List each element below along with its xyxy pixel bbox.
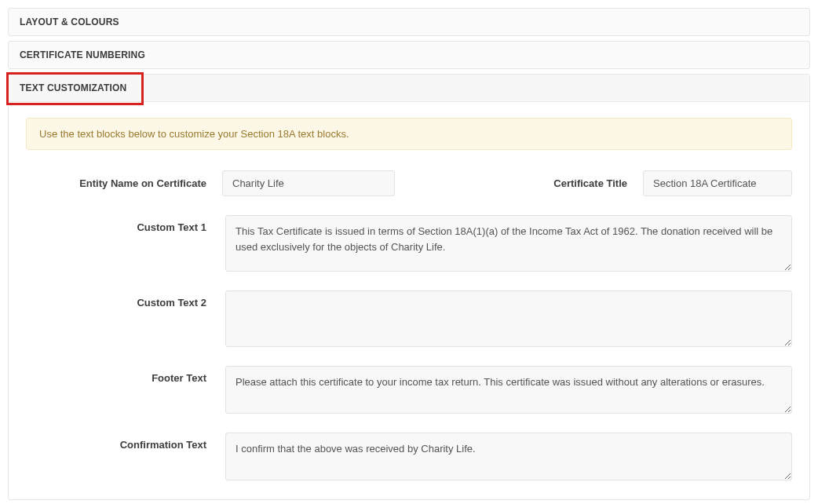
label-certificate-title: Certificate Title bbox=[553, 177, 627, 189]
label-entity-name: Entity Name on Certificate bbox=[26, 177, 206, 189]
field-certificate-title: Certificate Title bbox=[426, 170, 792, 196]
label-custom-text-2: Custom Text 2 bbox=[26, 290, 206, 309]
field-entity-name: Entity Name on Certificate bbox=[26, 170, 395, 196]
textarea-footer-text[interactable] bbox=[225, 366, 792, 414]
panel-header-certificate-numbering[interactable]: CERTIFICATE NUMBERING bbox=[9, 42, 809, 68]
panel-header-layout-colours[interactable]: LAYOUT & COLOURS bbox=[9, 9, 809, 35]
field-custom-text-1: Custom Text 1 bbox=[26, 215, 792, 272]
textarea-confirmation-text[interactable] bbox=[225, 433, 792, 480]
label-custom-text-1: Custom Text 1 bbox=[26, 215, 206, 233]
field-footer-text: Footer Text bbox=[26, 366, 792, 414]
panel-body-text-customization: Use the text blocks below to customize y… bbox=[9, 102, 809, 499]
panel-text-customization: TEXT CUSTOMIZATION Use the text blocks b… bbox=[8, 74, 810, 500]
input-entity-name[interactable] bbox=[222, 170, 395, 196]
panel-header-text-customization[interactable]: TEXT CUSTOMIZATION bbox=[9, 75, 809, 102]
panel-layout-colours: LAYOUT & COLOURS bbox=[8, 8, 810, 36]
input-certificate-title[interactable] bbox=[643, 170, 792, 196]
row-entity-and-title: Entity Name on Certificate Certificate T… bbox=[26, 170, 792, 196]
field-confirmation-text: Confirmation Text bbox=[26, 433, 792, 480]
label-footer-text: Footer Text bbox=[26, 366, 206, 384]
textarea-custom-text-2[interactable] bbox=[225, 290, 792, 347]
label-confirmation-text: Confirmation Text bbox=[26, 433, 206, 451]
info-banner: Use the text blocks below to customize y… bbox=[26, 118, 792, 150]
textarea-custom-text-1[interactable] bbox=[225, 215, 792, 272]
field-custom-text-2: Custom Text 2 bbox=[26, 290, 792, 347]
panel-certificate-numbering: CERTIFICATE NUMBERING bbox=[8, 41, 810, 69]
